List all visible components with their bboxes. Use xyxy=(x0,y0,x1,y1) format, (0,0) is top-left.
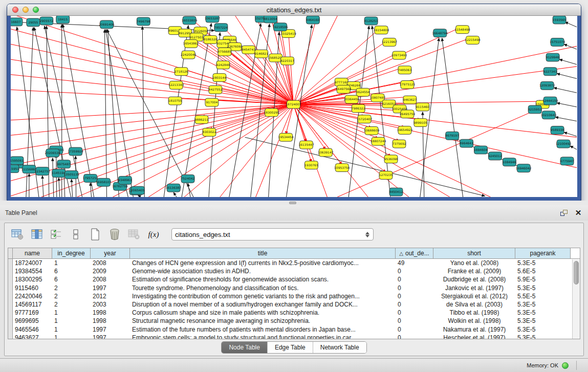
graph-node-yellow[interactable]: 3624554 xyxy=(356,88,370,96)
cell-pagerank[interactable]: 5.3E-5 xyxy=(515,325,571,334)
window-titlebar[interactable]: citations_edges.txt xyxy=(7,4,581,16)
cell-year[interactable]: 1998 xyxy=(91,309,130,317)
graph-node-yellow[interactable]: 11548498 xyxy=(454,26,470,34)
tab-network-table[interactable]: Network Table xyxy=(313,342,366,353)
graph-node-yellow[interactable]: 22420046 xyxy=(181,51,197,59)
cell-short[interactable]: Tibbo et al. (1998) xyxy=(433,309,515,317)
cell-title[interactable]: Structural magnetic resonance image aver… xyxy=(130,317,396,325)
graph-node-teal[interactable]: 19218586 xyxy=(272,23,288,31)
cell-name[interactable]: 9463627 xyxy=(13,334,52,339)
graph-node-yellow[interactable]: 10973493 xyxy=(391,51,407,59)
cell-in_degree[interactable]: 1 xyxy=(52,325,91,334)
graph-node-yellow[interactable]: 18300295 xyxy=(264,108,279,117)
graph-node-teal[interactable]: 12093872 xyxy=(539,82,555,90)
citation-edge-black[interactable] xyxy=(59,178,60,197)
graph-node-yellow[interactable]: 18807249 xyxy=(371,137,386,145)
cell-title[interactable]: Corpus callosum shape and size in male p… xyxy=(130,309,396,317)
table-vertical-scrollbar[interactable] xyxy=(572,259,580,339)
graph-node-teal[interactable]: 7857224 xyxy=(214,24,228,32)
citation-network-graph[interactable]: 1872400789601238912954182260589127503818… xyxy=(11,16,577,197)
table-row[interactable]: 1830029562008Estimation of significance … xyxy=(8,275,580,283)
cell-in_degree[interactable]: 1 xyxy=(52,259,91,267)
graph-node-teal[interactable]: 9245012 xyxy=(488,152,502,160)
citation-edge-black[interactable] xyxy=(557,103,577,107)
graph-node-teal[interactable]: 2905572 xyxy=(40,17,54,25)
graph-node-yellow[interactable]: 7986322 xyxy=(352,104,365,113)
row-height-icon[interactable] xyxy=(69,228,82,241)
cell-name[interactable]: 19384554 xyxy=(13,267,52,275)
graph-node-teal[interactable]: 1084946 xyxy=(503,158,516,166)
select-rows-icon[interactable] xyxy=(50,228,63,241)
graph-node-yellow[interactable]: 12213343 xyxy=(168,81,184,90)
graph-node-teal[interactable]: 18415 xyxy=(56,16,70,24)
graph-node-teal[interactable]: 12444159 xyxy=(542,97,558,105)
cell-out_de[interactable]: 0 xyxy=(396,309,433,317)
graph-node-teal[interactable]: 8964643 xyxy=(460,139,473,147)
memory-ok-indicator-icon[interactable] xyxy=(562,362,569,369)
column-header-year[interactable]: year xyxy=(91,248,130,258)
cell-title[interactable]: Genome-wide association studies in ADHD. xyxy=(130,267,396,275)
graph-node-teal[interactable]: 8679197 xyxy=(445,132,459,140)
graph-node-teal[interactable]: 8128253 xyxy=(364,17,378,25)
graph-node-teal[interactable]: 2065405 xyxy=(131,186,145,194)
cell-year[interactable]: 2012 xyxy=(91,292,130,300)
panel-splitter[interactable] xyxy=(0,201,588,205)
citation-edge-black[interactable] xyxy=(173,192,177,197)
graph-node-yellow[interactable]: 8220317 xyxy=(280,57,294,65)
cell-pagerank[interactable]: 5.3E-5 xyxy=(515,334,571,339)
cell-in_degree[interactable]: 6 xyxy=(52,275,91,283)
graph-node-yellow[interactable]: 9899105 xyxy=(414,119,428,127)
cell-name[interactable]: 9465546 xyxy=(13,325,52,334)
graph-node-teal[interactable]: 9975487 xyxy=(57,160,71,168)
cell-name[interactable]: 18724007 xyxy=(13,259,52,267)
cell-out_de[interactable]: 0 xyxy=(396,334,433,339)
graph-node-yellow[interactable]: 1810755 xyxy=(168,97,182,105)
cell-pagerank[interactable]: 5.3E-5 xyxy=(515,300,571,309)
graph-node-teal[interactable]: 1593565 xyxy=(553,16,567,24)
function-builder-icon[interactable]: f(x) xyxy=(147,228,160,241)
graph-node-teal[interactable]: 12100492 xyxy=(556,140,572,148)
cell-short[interactable]: Nakamura et al. (1997) xyxy=(433,325,515,334)
graph-node-teal[interactable]: 3915951 xyxy=(11,165,19,173)
graph-node-teal[interactable]: 7496798 xyxy=(137,17,150,26)
citation-edge-black[interactable] xyxy=(91,183,92,197)
graph-node-teal[interactable]: 13505135 xyxy=(63,171,79,179)
graph-node-yellow[interactable]: 16543862 xyxy=(183,39,199,48)
table-selector-dropdown[interactable]: citations_edges.txt xyxy=(171,228,374,240)
cell-in_degree[interactable]: 6 xyxy=(52,267,91,275)
graph-node-teal[interactable]: 20691406 xyxy=(99,20,115,29)
graph-node-yellow[interactable]: 16135447 xyxy=(298,141,314,149)
table-options-icon[interactable] xyxy=(11,228,24,241)
column-header-title[interactable]: title xyxy=(130,248,396,258)
citation-edge-black[interactable] xyxy=(557,74,577,79)
graph-node-teal[interactable]: 1595061 xyxy=(11,157,24,165)
graph-node-yellow[interactable]: 7485063 xyxy=(398,66,412,74)
cell-out_de[interactable]: 0 xyxy=(396,317,433,325)
cell-short[interactable]: Hescheler et al. (1997) xyxy=(433,334,515,339)
citation-edge-black[interactable] xyxy=(565,22,577,27)
table-row[interactable]: 969969511998Structural magnetic resonanc… xyxy=(8,317,580,325)
graph-node-yellow[interactable]: 8756685 xyxy=(218,48,232,56)
column-header-short[interactable]: short xyxy=(433,248,515,258)
cell-short[interactable]: Franke et al. (2009) xyxy=(433,267,515,275)
citation-edge-red[interactable] xyxy=(289,31,294,104)
cell-out_de[interactable]: 0 xyxy=(396,292,433,300)
graph-node-teal[interactable]: 7524042 xyxy=(181,174,195,183)
graph-node-yellow[interactable]: 20364456 xyxy=(344,95,360,103)
graph-node-yellow[interactable]: 9146821 xyxy=(254,50,268,58)
tab-node-table[interactable]: Node Table xyxy=(222,342,268,353)
citation-edge-black[interactable] xyxy=(442,38,463,197)
citation-edge-black[interactable] xyxy=(142,27,144,197)
graph-node-teal[interactable]: 10210643 xyxy=(541,111,557,119)
citation-edge-black[interactable] xyxy=(559,59,577,64)
cell-short[interactable]: Wolkin et al. (1998) xyxy=(433,317,515,325)
cell-in_degree[interactable]: 2 xyxy=(52,292,91,300)
citation-edge-red[interactable] xyxy=(11,104,294,150)
scrollbar-thumb[interactable] xyxy=(574,261,579,285)
table-row[interactable]: 1872400712008Changes of HCN gene express… xyxy=(8,259,580,267)
close-panel-icon[interactable]: ✕ xyxy=(574,209,583,217)
graph-node-yellow[interactable]: 26495759 xyxy=(400,110,416,118)
graph-node-yellow[interactable]: 8427552 xyxy=(209,85,223,94)
graph-node-yellow[interactable]: 16154808 xyxy=(374,26,389,34)
citation-edge-black[interactable] xyxy=(209,33,220,197)
